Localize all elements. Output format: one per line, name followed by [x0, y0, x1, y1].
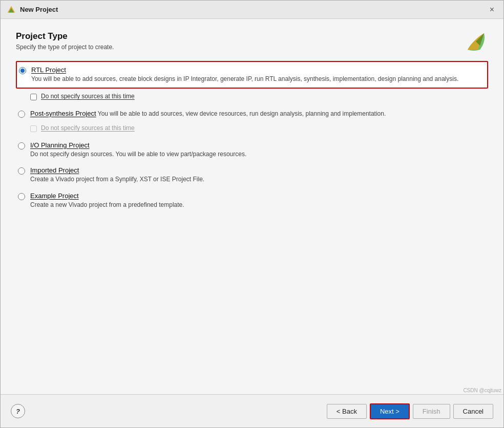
dialog-title: New Project — [20, 6, 58, 13]
option-imported-desc: Create a Vivado project from a Synplify,… — [30, 175, 486, 184]
checkbox-rtl-no-sources-label: Do not specify sources at this time — [41, 93, 135, 100]
page-subtitle: Specify the type of project to create. — [16, 44, 488, 51]
option-imported[interactable]: Imported Project Create a Vivado project… — [16, 162, 488, 188]
option-example[interactable]: Example Project Create a new Vivado proj… — [16, 188, 488, 213]
title-bar: New Project × — [1, 1, 503, 19]
checkbox-rtl-no-sources-row[interactable]: Do not specify sources at this time — [16, 91, 488, 102]
options-list: RTL Project You will be able to add sour… — [16, 61, 488, 213]
option-rtl[interactable]: RTL Project You will be able to add sour… — [16, 61, 488, 89]
watermark: CSDN @cqjtuwz — [461, 387, 503, 394]
checkbox-post-no-sources-label: Do not specify sources at this time — [41, 124, 135, 132]
option-rtl-desc: You will be able to add sources, create … — [31, 75, 485, 83]
close-button[interactable]: × — [487, 5, 497, 15]
option-io-planning-label: I/O Planning Project — [30, 141, 486, 149]
option-post-synthesis-label: Post-synthesis Project — [30, 110, 96, 117]
vivado-logo-icon — [464, 29, 488, 55]
app-logo-icon — [7, 5, 16, 14]
radio-io-planning[interactable] — [18, 142, 25, 149]
option-imported-label: Imported Project — [30, 166, 486, 174]
option-post-synthesis-content: Post-synthesis Project You will be able … — [30, 110, 486, 118]
option-io-planning[interactable]: I/O Planning Project Do not specify desi… — [16, 137, 488, 163]
option-imported-content: Imported Project Create a Vivado project… — [30, 166, 486, 184]
checkbox-rtl-no-sources[interactable] — [30, 94, 37, 100]
radio-rtl[interactable] — [19, 67, 26, 74]
finish-button[interactable]: Finish — [413, 404, 450, 419]
radio-example[interactable] — [18, 193, 25, 200]
footer: ? < Back Next > Finish Cancel — [1, 394, 503, 427]
option-example-label: Example Project — [30, 192, 486, 200]
help-button[interactable]: ? — [11, 404, 25, 418]
next-button[interactable]: Next > — [370, 403, 410, 419]
option-rtl-content: RTL Project You will be able to add sour… — [31, 66, 485, 83]
radio-imported[interactable] — [18, 167, 25, 175]
footer-right: < Back Next > Finish Cancel — [327, 403, 493, 419]
option-io-planning-desc: Do not specify design sources. You will … — [30, 150, 486, 159]
option-io-planning-content: I/O Planning Project Do not specify desi… — [30, 141, 486, 159]
dialog-content: Project Type Specify the type of project… — [1, 19, 503, 394]
page-title: Project Type — [16, 31, 488, 41]
title-bar-left: New Project — [7, 5, 58, 14]
option-rtl-label: RTL Project — [31, 66, 485, 74]
footer-left: ? — [11, 404, 25, 418]
option-post-synthesis[interactable]: Post-synthesis Project You will be able … — [16, 105, 488, 122]
option-example-desc: Create a new Vivado project from a prede… — [30, 201, 486, 209]
new-project-dialog: New Project × Project Type Specify the t… — [0, 0, 504, 428]
checkbox-post-no-sources — [30, 125, 37, 132]
option-example-content: Example Project Create a new Vivado proj… — [30, 192, 486, 209]
cancel-button[interactable]: Cancel — [453, 404, 493, 419]
option-post-synthesis-desc: You will be able to add sources, view de… — [98, 110, 386, 117]
checkbox-post-no-sources-row: Do not specify sources at this time — [16, 122, 488, 134]
page-header: Project Type Specify the type of project… — [16, 31, 488, 51]
back-button[interactable]: < Back — [327, 404, 367, 419]
radio-post-synthesis[interactable] — [18, 111, 25, 118]
